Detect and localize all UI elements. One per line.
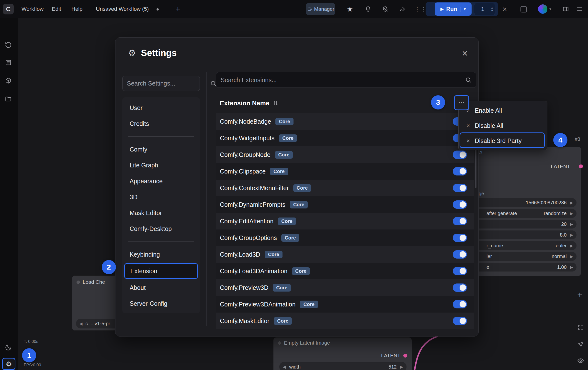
widget-right-arrow-icon[interactable]: ▶ xyxy=(570,211,573,216)
run-options-chevron-icon[interactable]: ▾ xyxy=(461,7,466,12)
settings-nav-item-user[interactable]: User xyxy=(124,100,198,116)
settings-nav-item-credits[interactable]: Credits xyxy=(124,116,198,131)
stepper-down-icon[interactable]: ▾ xyxy=(491,9,493,12)
node-collapse-dot[interactable] xyxy=(278,341,281,345)
widget-right-arrow-icon[interactable]: ▶ xyxy=(570,254,573,259)
extension-toggle[interactable] xyxy=(453,283,467,292)
ksampler-widget[interactable]: r_nameeuler▶ xyxy=(467,241,577,250)
extension-row: Comfy.GroupOptionsCore xyxy=(216,229,474,246)
menu-item-disable-all[interactable]: ×Disable All xyxy=(459,118,547,133)
logo-letter: C xyxy=(6,5,11,13)
widget-value: 156680208700286 xyxy=(526,200,567,206)
extension-toggle[interactable] xyxy=(453,184,467,192)
run-button[interactable]: ▶ Run ▾ xyxy=(435,2,472,16)
settings-nav-item-server-config[interactable]: Server-Config xyxy=(124,296,198,311)
extension-toggle[interactable] xyxy=(453,217,467,225)
widget-left-arrow-icon[interactable]: ◀ xyxy=(283,365,286,369)
width-widget[interactable]: ◀ width 512 ▶ xyxy=(279,362,407,370)
extension-toggle[interactable] xyxy=(453,200,467,209)
stop-square-icon[interactable] xyxy=(520,6,527,12)
ksampler-widget[interactable]: e1.00▶ xyxy=(467,263,577,272)
bell-slash-icon[interactable] xyxy=(382,0,388,18)
extension-toggle[interactable] xyxy=(453,317,467,325)
step-number: 1 xyxy=(27,351,31,359)
menu-workflow[interactable]: Workflow xyxy=(22,0,44,18)
settings-nav-item-lite-graph[interactable]: Lite Graph xyxy=(124,157,198,173)
hamburger-menu-icon[interactable] xyxy=(576,0,583,18)
clear-queue-icon[interactable]: × xyxy=(502,0,507,18)
settings-nav-item-keybinding[interactable]: Keybinding xyxy=(124,247,198,262)
bell-icon[interactable] xyxy=(365,0,371,18)
extension-name: Comfy.Load3DAnimation xyxy=(220,268,287,275)
close-icon[interactable]: × xyxy=(462,48,468,58)
theme-moon-icon[interactable] xyxy=(5,344,12,351)
settings-nav-item-comfy[interactable]: Comfy xyxy=(124,141,198,157)
widget-right-arrow-icon[interactable]: ▶ xyxy=(570,233,573,237)
menu-help[interactable]: Help xyxy=(71,0,82,18)
widget-right-arrow-icon[interactable]: ▶ xyxy=(570,222,573,227)
extension-row: Comfy.ContextMenuFilterCore xyxy=(216,180,474,196)
widget-name: r_name xyxy=(486,243,503,249)
extension-name-header[interactable]: Extension Name xyxy=(220,96,279,110)
ksampler-widget[interactable]: 20▶ xyxy=(467,220,577,229)
menu-edit[interactable]: Edit xyxy=(52,0,61,18)
queue-count-stepper[interactable]: 1 ▴ ▾ xyxy=(474,3,495,15)
comfyui-logo[interactable]: C xyxy=(3,4,14,14)
settings-nav-item-appearance[interactable]: Appearance xyxy=(124,173,198,189)
settings-nav-item-mask-editor[interactable]: Mask Editor xyxy=(124,205,198,221)
extension-toggle[interactable] xyxy=(453,234,467,242)
settings-nav-item-extension[interactable]: Extension xyxy=(124,263,198,279)
settings-nav-item-about[interactable]: About xyxy=(124,280,198,295)
extension-toggle[interactable] xyxy=(453,250,467,259)
user-avatar[interactable] xyxy=(538,4,548,14)
settings-nav-item-3d[interactable]: 3D xyxy=(124,189,198,205)
tab-divider xyxy=(163,4,163,14)
x-icon: × xyxy=(465,137,471,144)
node-collapse-dot[interactable] xyxy=(77,281,80,284)
extensions-search[interactable] xyxy=(216,72,476,88)
manager-button[interactable]: Manager xyxy=(306,3,335,15)
folder-icon[interactable] xyxy=(5,96,12,102)
ksampler-widget[interactable]: 8.0▶ xyxy=(467,230,577,239)
settings-search-input[interactable] xyxy=(123,80,210,87)
settings-nav-item-comfy-desktop[interactable]: Comfy-Desktop xyxy=(124,221,198,237)
avatar-chevron-icon[interactable]: ▾ xyxy=(549,0,551,18)
extension-toggle[interactable] xyxy=(453,300,467,308)
node-library-icon[interactable] xyxy=(5,77,12,84)
ellipsis-icon: ⋯ xyxy=(458,99,465,107)
menu-item-disable-3rd-party[interactable]: ×Disable 3rd Party xyxy=(459,133,547,148)
core-badge: Core xyxy=(273,284,291,292)
extensions-search-input[interactable] xyxy=(216,76,465,84)
widget-right-arrow-icon[interactable]: ▶ xyxy=(400,365,403,369)
drag-handle-icon[interactable]: ⋮⋮ xyxy=(414,0,427,18)
extension-name: Comfy.Clipspace xyxy=(220,168,266,175)
ksampler-widget[interactable]: 156680208700286▶ xyxy=(467,198,577,207)
core-badge: Core xyxy=(270,168,288,175)
workflow-tab[interactable]: Unsaved Workflow (5) xyxy=(96,0,149,18)
widget-right-arrow-icon[interactable]: ▶ xyxy=(570,200,573,205)
favorite-star-icon[interactable]: ★ xyxy=(347,0,353,18)
widget-left-arrow-icon[interactable]: ◀ xyxy=(79,321,82,326)
extension-toggle[interactable] xyxy=(453,267,467,275)
widget-right-arrow-icon[interactable]: ▶ xyxy=(570,243,573,248)
widget-right-arrow-icon[interactable]: ▶ xyxy=(570,265,573,270)
settings-search[interactable] xyxy=(122,76,200,91)
empty-latent-image-node[interactable]: Empty Latent Image LATENT ◀ width 512 ▶ xyxy=(273,337,412,370)
new-tab-button[interactable]: + xyxy=(176,0,180,18)
extension-toggle[interactable] xyxy=(453,167,467,175)
ksampler-node[interactable]: ler LATENT ge 156680208700286▶after gene… xyxy=(462,147,581,276)
panel-toggle-icon[interactable] xyxy=(563,0,569,18)
menu-item-enable-all[interactable]: ✓Enable All xyxy=(459,103,547,118)
extension-options-button[interactable]: ⋯ xyxy=(454,95,469,110)
extension-toggle[interactable] xyxy=(453,151,467,159)
latent-output-dot[interactable] xyxy=(403,354,407,358)
share-icon[interactable] xyxy=(399,0,406,18)
ksampler-widget[interactable]: lernormal▶ xyxy=(467,252,577,261)
menu-item-label: Disable 3rd Party xyxy=(475,137,522,144)
widget-value: 1.00 xyxy=(557,264,567,270)
workflows-list-icon[interactable] xyxy=(5,59,12,66)
settings-gear-button[interactable]: ⚙ xyxy=(2,358,15,370)
sort-icon[interactable] xyxy=(273,100,279,106)
history-icon[interactable] xyxy=(5,42,12,48)
ksampler-widget[interactable]: after generaterandomize▶ xyxy=(467,209,577,218)
